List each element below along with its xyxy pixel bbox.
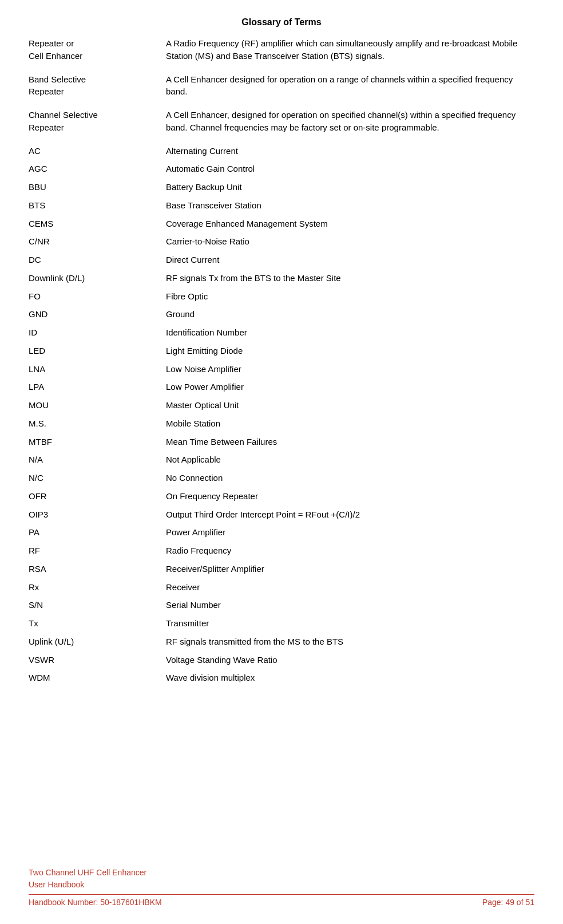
glossary-row: N/CNo Connection	[29, 469, 534, 487]
glossary-term: DC	[29, 251, 166, 269]
glossary-term: AGC	[29, 160, 166, 178]
glossary-term: OFR	[29, 487, 166, 506]
glossary-term: N/C	[29, 469, 166, 487]
glossary-term: CEMS	[29, 215, 166, 233]
glossary-row: ACAlternating Current	[29, 142, 534, 160]
glossary-definition: Not Applicable	[166, 451, 534, 469]
glossary-definition: Alternating Current	[166, 142, 534, 160]
glossary-term: MOU	[29, 396, 166, 414]
glossary-term: LED	[29, 342, 166, 360]
glossary-term: C/NR	[29, 232, 166, 251]
glossary-definition: Direct Current	[166, 251, 534, 269]
glossary-row: Downlink (D/L)RF signals Tx from the BTS…	[29, 269, 534, 287]
glossary-row: IDIdentification Number	[29, 323, 534, 342]
glossary-row: DCDirect Current	[29, 251, 534, 269]
glossary-term: RSA	[29, 560, 166, 578]
glossary-row: GNDGround	[29, 305, 534, 323]
glossary-row: CEMSCoverage Enhanced Management System	[29, 215, 534, 233]
glossary-row: PAPower Amplifier	[29, 523, 534, 542]
glossary-term: Uplink (U/L)	[29, 633, 166, 651]
glossary-term: VSWR	[29, 651, 166, 669]
glossary-table: Repeater orCell EnhancerA Radio Frequenc…	[29, 34, 534, 687]
glossary-definition: Light Emitting Diode	[166, 342, 534, 360]
glossary-row: RSAReceiver/Splitter Amplifier	[29, 560, 534, 578]
glossary-row: VSWRVoltage Standing Wave Ratio	[29, 651, 534, 669]
footer-product-line2: User Handbook	[29, 879, 534, 891]
page-container: Glossary of Terms Repeater orCell Enhanc…	[0, 0, 563, 924]
glossary-definition: Coverage Enhanced Management System	[166, 215, 534, 233]
page-info: Page: 49 of 51	[482, 898, 534, 907]
glossary-definition: On Frequency Repeater	[166, 487, 534, 506]
glossary-row: AGCAutomatic Gain Control	[29, 160, 534, 178]
glossary-row: S/NSerial Number	[29, 596, 534, 614]
glossary-row: M.S.Mobile Station	[29, 414, 534, 433]
glossary-definition: A Cell Enhancer, designed for operation …	[166, 106, 534, 142]
glossary-definition: Mean Time Between Failures	[166, 433, 534, 451]
glossary-term: LNA	[29, 360, 166, 378]
glossary-term: WDM	[29, 669, 166, 687]
glossary-row: LNALow Noise Amplifier	[29, 360, 534, 378]
glossary-term: Repeater orCell Enhancer	[29, 34, 166, 70]
glossary-term: FO	[29, 287, 166, 306]
glossary-definition: Serial Number	[166, 596, 534, 614]
glossary-definition: Ground	[166, 305, 534, 323]
glossary-term: BTS	[29, 196, 166, 215]
glossary-definition: Output Third Order Intercept Point = RFo…	[166, 506, 534, 524]
glossary-row: FOFibre Optic	[29, 287, 534, 306]
glossary-row: BBUBattery Backup Unit	[29, 178, 534, 196]
glossary-row: Band SelectiveRepeaterA Cell Enhancer de…	[29, 70, 534, 106]
glossary-row: C/NRCarrier-to-Noise Ratio	[29, 232, 534, 251]
glossary-definition: Identification Number	[166, 323, 534, 342]
footer-bottom: Handbook Number: 50-187601HBKM Page: 49 …	[29, 894, 534, 907]
glossary-term: M.S.	[29, 414, 166, 433]
glossary-term: MTBF	[29, 433, 166, 451]
glossary-term: Band SelectiveRepeater	[29, 70, 166, 106]
glossary-term: Channel SelectiveRepeater	[29, 106, 166, 142]
glossary-row: RFRadio Frequency	[29, 542, 534, 560]
glossary-definition: Transmitter	[166, 614, 534, 633]
glossary-term: ID	[29, 323, 166, 342]
glossary-definition: Low Noise Amplifier	[166, 360, 534, 378]
glossary-term: Tx	[29, 614, 166, 633]
glossary-row: Channel SelectiveRepeaterA Cell Enhancer…	[29, 106, 534, 142]
glossary-definition: A Radio Frequency (RF) amplifier which c…	[166, 34, 534, 70]
glossary-row: OIP3Output Third Order Intercept Point =…	[29, 506, 534, 524]
footer: Two Channel UHF Cell Enhancer User Handb…	[29, 867, 534, 907]
glossary-row: Repeater orCell EnhancerA Radio Frequenc…	[29, 34, 534, 70]
glossary-row: WDMWave division multiplex	[29, 669, 534, 687]
footer-product-line1: Two Channel UHF Cell Enhancer	[29, 867, 534, 879]
glossary-row: LEDLight Emitting Diode	[29, 342, 534, 360]
glossary-term: S/N	[29, 596, 166, 614]
glossary-row: RxReceiver	[29, 578, 534, 597]
glossary-definition: Base Transceiver Station	[166, 196, 534, 215]
glossary-term: AC	[29, 142, 166, 160]
glossary-definition: Wave division multiplex	[166, 669, 534, 687]
glossary-row: MOUMaster Optical Unit	[29, 396, 534, 414]
glossary-term: RF	[29, 542, 166, 560]
footer-product-info: Two Channel UHF Cell Enhancer User Handb…	[29, 867, 534, 891]
glossary-definition: Power Amplifier	[166, 523, 534, 542]
glossary-term: Rx	[29, 578, 166, 597]
glossary-row: MTBFMean Time Between Failures	[29, 433, 534, 451]
glossary-row: Uplink (U/L)RF signals transmitted from …	[29, 633, 534, 651]
glossary-definition: Radio Frequency	[166, 542, 534, 560]
glossary-definition: Receiver	[166, 578, 534, 597]
glossary-row: TxTransmitter	[29, 614, 534, 633]
glossary-definition: Voltage Standing Wave Ratio	[166, 651, 534, 669]
glossary-term: OIP3	[29, 506, 166, 524]
glossary-definition: Carrier-to-Noise Ratio	[166, 232, 534, 251]
handbook-number: Handbook Number: 50-187601HBKM	[29, 898, 162, 907]
glossary-term: N/A	[29, 451, 166, 469]
glossary-definition: RF signals transmitted from the MS to th…	[166, 633, 534, 651]
glossary-definition: No Connection	[166, 469, 534, 487]
glossary-term: LPA	[29, 378, 166, 396]
glossary-definition: Automatic Gain Control	[166, 160, 534, 178]
glossary-term: Downlink (D/L)	[29, 269, 166, 287]
glossary-definition: RF signals Tx from the BTS to the Master…	[166, 269, 534, 287]
glossary-row: OFROn Frequency Repeater	[29, 487, 534, 506]
glossary-row: N/ANot Applicable	[29, 451, 534, 469]
glossary-definition: A Cell Enhancer designed for operation o…	[166, 70, 534, 106]
glossary-row: LPALow Power Amplifier	[29, 378, 534, 396]
page-title: Glossary of Terms	[29, 17, 534, 27]
glossary-definition: Master Optical Unit	[166, 396, 534, 414]
